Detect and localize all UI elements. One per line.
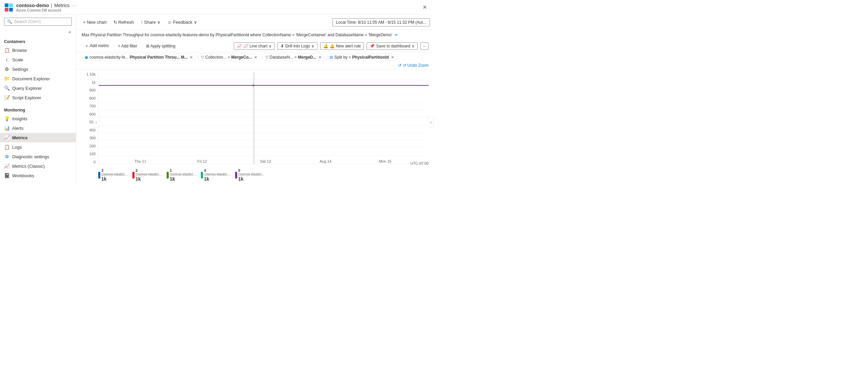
legend-value-2: 1k	[170, 176, 197, 182]
section-header-monitoring: Monitoring	[0, 105, 76, 114]
sidebar-item-insights[interactable]: 💡 Insights	[0, 114, 76, 123]
save-dashboard-label: Save to dashboard	[376, 44, 410, 48]
share-button[interactable]: ↑ Share ∨	[138, 18, 163, 26]
logs-icon: 📋	[4, 144, 9, 150]
sidebar-item-settings[interactable]: ⚙ Settings	[0, 64, 76, 74]
add-filter-button[interactable]: + Add filter	[115, 42, 140, 50]
time-range-button[interactable]: Local Time: 8/10 11:05 AM - 8/15 11:32 P…	[332, 18, 430, 26]
filter-tag-text-2: DatabaseN... = MergeD...	[270, 55, 316, 60]
insights-icon: 💡	[4, 116, 9, 121]
share-label: ↑ Share	[141, 20, 156, 25]
resource-name: contoso-demo	[16, 3, 49, 8]
filter-tag-text-0: cosmos-elasticity-fe... Physical Partiti…	[89, 55, 188, 60]
sidebar-item-label: Scale	[12, 57, 23, 62]
legend-color-bar-3	[201, 172, 203, 179]
legend-color-bar-1	[132, 172, 135, 179]
legend-color-bar-2	[167, 172, 169, 179]
more-options-button[interactable]: ···	[420, 42, 429, 50]
grid-line-10	[99, 147, 429, 147]
sidebar-item-workbooks[interactable]: 📓 Workbooks	[0, 171, 76, 180]
add-metric-button[interactable]: ＋ Add metric	[82, 42, 112, 50]
legend-value-0: 1k	[101, 176, 128, 182]
settings-icon: ⚙	[4, 66, 9, 72]
undo-zoom-button[interactable]: ↺ ↺ Undo Zoom	[398, 63, 429, 68]
chart-plot[interactable]: +	[98, 72, 429, 164]
page-name: Metrics	[54, 3, 69, 8]
filter-tag-close-3[interactable]: ✕	[391, 55, 394, 60]
filter-tag-icon-3: ⊞	[330, 55, 333, 60]
new-chart-button[interactable]: + New chart	[80, 18, 109, 26]
filter-tag-close-2[interactable]: ✕	[318, 55, 322, 60]
save-to-dashboard-button[interactable]: 📌 Save to dashboard ∨	[367, 42, 418, 50]
sidebar-item-metrics[interactable]: 📈 Metrics	[0, 133, 76, 142]
search-input[interactable]	[14, 19, 69, 24]
apply-splitting-button[interactable]: ⊞ Apply splitting	[143, 42, 179, 50]
line-chart-dropdown[interactable]: 📈 📈 Line chart ∨	[234, 42, 275, 50]
crosshair-plus: +	[252, 82, 255, 88]
chart-area[interactable]: 1.10k 1k 900 800 700 600 500 400 300 200…	[76, 72, 434, 184]
chart-next-arrow[interactable]: ›	[428, 117, 434, 128]
y-label-1000: 1k	[91, 80, 97, 84]
title-dots[interactable]: ···	[71, 3, 78, 8]
sidebar-item-logs[interactable]: 📋 Logs	[0, 142, 76, 152]
feedback-button[interactable]: ☺ Feedback ∨	[165, 18, 200, 26]
svg-rect-1	[9, 3, 13, 7]
x-label-fri12: Fri 12	[198, 159, 207, 163]
chart-title-bar: Max Physical Partition Throughput for co…	[76, 30, 434, 40]
sidebar-item-script-explorer[interactable]: 📝 Script Explorer	[0, 93, 76, 102]
sidebar-item-label: Alerts	[12, 126, 23, 131]
filter-tag-close-0[interactable]: ✕	[190, 55, 193, 60]
toolbar: + New chart ↻ Refresh ↑ Share ∨ ☺ Feedba…	[76, 15, 434, 30]
legend-name-4: cosmos-elasticity-fe...	[238, 172, 265, 176]
grid-line-1	[99, 80, 429, 80]
sidebar-item-scale[interactable]: ↕ Scale	[0, 55, 76, 64]
y-label-400: 400	[89, 128, 97, 132]
browse-icon: 📋	[4, 47, 9, 53]
app-icon	[4, 3, 14, 12]
svg-rect-3	[9, 8, 13, 12]
chart-prev-arrow[interactable]: ‹	[93, 117, 99, 128]
drill-into-logs-dropdown[interactable]: ⬇ Drill into Logs ∨	[277, 42, 317, 50]
sidebar-item-query-explorer[interactable]: 🔍 Query Explorer	[0, 83, 76, 93]
search-box[interactable]: 🔍	[4, 18, 72, 26]
y-label-600: 600	[89, 112, 97, 116]
sidebar-item-diagnostic-settings[interactable]: ⚙ Diagnostic settings	[0, 152, 76, 161]
close-button[interactable]: ✕	[419, 2, 430, 13]
grid-line-9	[99, 140, 429, 140]
subtitle: Azure Cosmos DB account	[16, 8, 78, 12]
content-area: + New chart ↻ Refresh ↑ Share ∨ ☺ Feedba…	[76, 15, 434, 184]
sidebar-section-containers: Containers 📋 Browse ↕ Scale ⚙ Settings 📁…	[0, 37, 76, 102]
x-label-thu11: Thu 11	[135, 159, 146, 163]
y-label-200: 200	[89, 144, 97, 148]
chart-wrapper: 1.10k 1k 900 800 700 600 500 400 300 200…	[76, 69, 434, 184]
grid-line-6	[99, 117, 429, 117]
filter-tag-close-1[interactable]: ✕	[254, 55, 257, 60]
edit-title-icon[interactable]: ✏	[395, 33, 398, 37]
filter-tag-text-3: Split by = PhysicalPartitionId	[334, 55, 389, 60]
sidebar-collapse-button[interactable]: «	[66, 28, 73, 35]
grid-line-3	[99, 94, 429, 95]
drill-logs-icon: ⬇	[281, 44, 284, 48]
x-label-sat13: Sat 13	[260, 159, 271, 163]
undo-zoom-icon: ↺	[398, 63, 401, 68]
metrics-classic-icon: 📈	[4, 163, 9, 169]
sidebar-item-label: Browse	[12, 48, 27, 53]
metrics-icon: 📈	[4, 135, 9, 140]
new-alert-rule-button[interactable]: 🔔 🔔 New alert rule	[320, 42, 364, 50]
filter-tag-text-1: Collection... = MergeCo...	[205, 55, 252, 60]
sidebar-item-metrics-classic[interactable]: 📈 Metrics (Classic)	[0, 161, 76, 171]
sidebar-item-label: Metrics (Classic)	[12, 164, 45, 169]
sidebar-item-browse[interactable]: 📋 Browse	[0, 45, 76, 55]
refresh-button[interactable]: ↻ Refresh	[111, 18, 137, 26]
grid-line-11	[99, 156, 429, 156]
sidebar-section-monitoring: Monitoring 💡 Insights 📊 Alerts 📈 Metrics…	[0, 105, 76, 180]
sidebar-item-alerts[interactable]: 📊 Alerts	[0, 123, 76, 133]
line-chart-label: 📈 Line chart	[243, 44, 267, 48]
sidebar-item-document-explorer[interactable]: 📁 Document Explorer	[0, 74, 76, 83]
chart-title: Max Physical Partition Throughput for co…	[82, 33, 392, 37]
sidebar-section-automation: Automation ✅ Tasks (preview)	[0, 183, 76, 184]
legend-name-3: cosmos-elasticity-fe...	[204, 172, 231, 176]
query-explorer-icon: 🔍	[4, 85, 9, 91]
filter-tags: ◉ cosmos-elasticity-fe... Physical Parti…	[76, 52, 434, 69]
sidebar-item-label: Settings	[12, 67, 28, 72]
